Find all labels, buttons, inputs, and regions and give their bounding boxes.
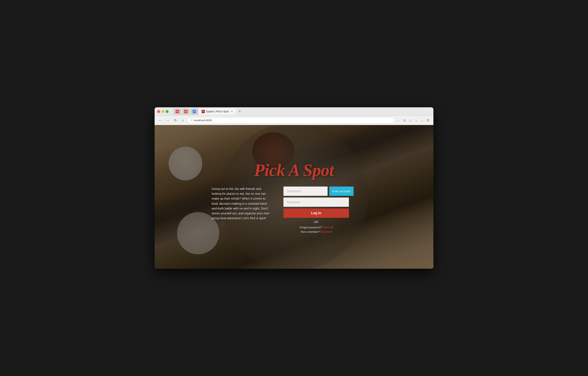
forgot-prefix: Forgot password? — [300, 226, 322, 229]
minimize-button[interactable] — [161, 110, 164, 113]
guest-button[interactable]: Enter as Guest — [329, 187, 354, 196]
reset-link[interactable]: Reset it — [323, 226, 332, 229]
security-icon: ⓘ — [190, 118, 193, 122]
member-line: Not a member? Register! — [284, 230, 349, 233]
maximize-button[interactable] — [166, 110, 168, 113]
login-form: Enter as Guest Log in OR Forgot password… — [284, 187, 349, 233]
refresh-button[interactable]: ↻ — [172, 117, 178, 123]
content-overlay: Pick A Spot Going out to the city with f… — [155, 125, 433, 269]
reader-button[interactable]: ⊡ — [402, 118, 407, 123]
main-area: Going out to the city with friends and l… — [212, 187, 376, 233]
tab-bar: M M 28 P Splash | Pick A Spot ✕ + — [174, 108, 431, 115]
nav-actions: ··· ⊡ ☆ ↓ ⬦ ☰ — [396, 118, 431, 123]
browser-titlebar: M M 28 P Splash | Pick A Spot ✕ + — [155, 107, 433, 116]
more-button[interactable]: ··· — [396, 118, 401, 123]
forgot-suffix: ! — [332, 226, 333, 229]
description-app-name: Pick A Spot! — [250, 217, 266, 220]
browser-window: M M 28 P Splash | Pick A Spot ✕ + ← → ↻ … — [155, 107, 433, 269]
gmail-icon: M — [176, 110, 179, 113]
home-button[interactable]: ⌂ — [180, 117, 186, 123]
login-button[interactable]: Log in — [284, 209, 349, 218]
forward-button[interactable]: → — [165, 117, 171, 123]
app-title: Pick A Spot — [254, 160, 334, 180]
url-text: localhost:8000 — [194, 119, 212, 122]
tab-calendar[interactable]: 28 — [190, 108, 198, 115]
extensions-button[interactable]: ⬦ — [420, 118, 425, 123]
member-suffix: ! — [331, 230, 332, 233]
star-button[interactable]: ☆ — [408, 118, 413, 123]
tab-gmail1[interactable]: M — [174, 108, 181, 115]
register-link[interactable]: Register — [321, 230, 331, 233]
member-prefix: Not a member? — [301, 230, 320, 233]
tab-close-button[interactable]: ✕ — [230, 110, 233, 113]
app-favicon: P — [201, 110, 205, 113]
back-button[interactable]: ← — [157, 117, 163, 123]
password-row — [284, 198, 349, 207]
description-text: Going out to the city with friends and l… — [212, 187, 269, 220]
username-input[interactable] — [284, 187, 328, 196]
username-row: Enter as Guest — [284, 187, 349, 196]
close-button[interactable] — [157, 110, 160, 113]
browser-navbar: ← → ↻ ⌂ ⓘ localhost:8000 ··· ⊡ ☆ ↓ ⬦ ☰ — [155, 116, 433, 125]
or-divider: OR — [284, 220, 349, 224]
address-bar[interactable]: ⓘ localhost:8000 — [188, 117, 394, 124]
menu-button[interactable]: ☰ — [425, 118, 431, 123]
password-input[interactable] — [284, 198, 349, 207]
tab-gmail2[interactable]: M — [182, 108, 190, 115]
gmail-icon-2: M — [184, 110, 188, 113]
page-content: Pick A Spot Going out to the city with f… — [155, 125, 433, 269]
download-arrow[interactable]: ↓ — [414, 118, 419, 123]
tab-app[interactable]: P Splash | Pick A Spot ✕ — [199, 108, 236, 115]
traffic-lights — [157, 110, 168, 113]
forgot-password-line: Forgot password? Reset it! — [284, 226, 349, 229]
calendar-icon: 28 — [193, 110, 196, 113]
description-block: Going out to the city with friends and l… — [212, 187, 271, 221]
tab-label: Splash | Pick A Spot — [206, 110, 229, 113]
add-tab-button[interactable]: + — [237, 109, 243, 115]
